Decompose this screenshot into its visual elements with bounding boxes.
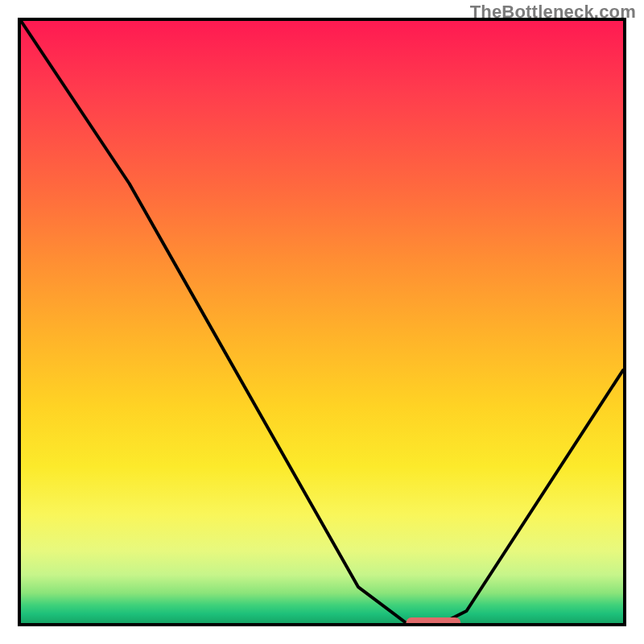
chart-stage: TheBottleneck.com	[0, 0, 644, 644]
curve-layer	[21, 21, 623, 623]
highlight-marker	[407, 617, 460, 626]
plot-frame	[18, 18, 626, 626]
bottleneck-curve	[21, 21, 623, 623]
